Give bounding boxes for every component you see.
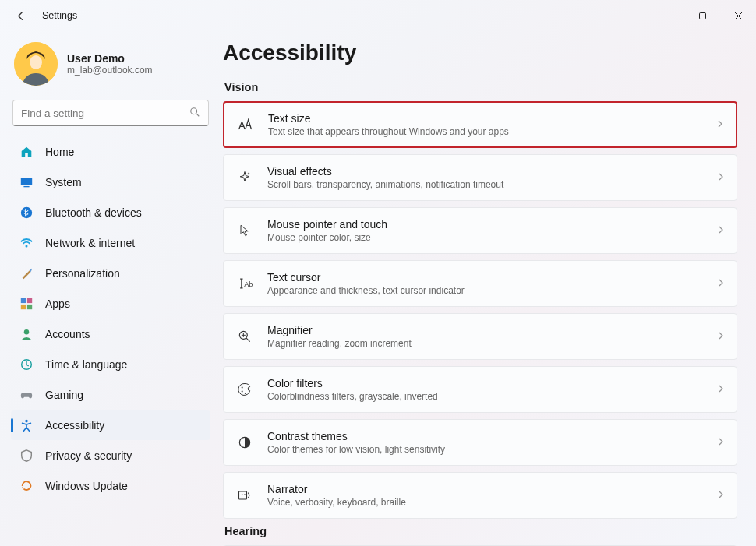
card-narrator[interactable]: Narrator Voice, verbosity, keyboard, bra… <box>223 472 737 519</box>
chevron-right-icon <box>716 489 726 502</box>
nav-label: Privacy & security <box>45 449 132 462</box>
card-title: Color filters <box>267 377 704 389</box>
nav-label: System <box>45 176 82 188</box>
svg-point-22 <box>242 494 243 495</box>
group-vision-label: Vision <box>224 81 737 93</box>
card-text-size[interactable]: Text size Text size that appears through… <box>223 101 737 148</box>
minimize-button[interactable] <box>648 4 684 27</box>
back-button[interactable] <box>9 5 31 26</box>
card-magnifier[interactable]: Magnifier Magnifier reading, zoom increm… <box>223 313 737 360</box>
svg-point-19 <box>245 393 246 394</box>
system-icon <box>19 174 34 190</box>
maximize-icon <box>698 12 707 20</box>
main-content[interactable]: Accessibility Vision Text size Text size… <box>217 31 756 546</box>
card-text-cursor[interactable]: Ab Text cursor Appearance and thickness,… <box>223 260 737 307</box>
card-title: Narrator <box>267 483 704 495</box>
card-title: Text cursor <box>267 271 704 284</box>
card-desc: Colorblindness filters, grayscale, inver… <box>267 391 704 402</box>
nav-label: Accessibility <box>45 419 104 432</box>
group-hearing-label: Hearing <box>224 525 737 537</box>
gamepad-icon <box>19 387 34 403</box>
chevron-right-icon <box>716 383 726 396</box>
apps-icon <box>19 296 34 312</box>
bluetooth-icon <box>19 205 34 220</box>
avatar <box>14 42 58 86</box>
nav-label: Time & language <box>45 358 127 371</box>
nav-label: Network & internet <box>45 237 135 249</box>
nav-bluetooth[interactable]: Bluetooth & devices <box>11 198 210 227</box>
update-icon <box>19 478 34 494</box>
maximize-button[interactable] <box>684 4 720 27</box>
cursor-icon <box>235 223 255 238</box>
minimize-icon <box>662 12 671 20</box>
svg-rect-21 <box>239 491 247 499</box>
chevron-right-icon <box>716 436 726 449</box>
nav-time[interactable]: Time & language <box>11 350 210 379</box>
text-size-icon <box>235 116 256 133</box>
chevron-right-icon <box>716 171 726 184</box>
nav-label: Home <box>45 146 74 158</box>
magnifier-icon <box>235 329 255 344</box>
svg-point-17 <box>242 387 243 389</box>
card-title: Visual effects <box>267 165 704 178</box>
close-button[interactable] <box>720 4 756 27</box>
svg-rect-8 <box>21 298 26 303</box>
nav-label: Accounts <box>45 328 90 340</box>
card-color-filters[interactable]: Color filters Colorblindness filters, gr… <box>223 366 737 413</box>
wifi-icon <box>19 235 34 251</box>
card-desc: Text size that appears throughout Window… <box>268 126 703 137</box>
search-input[interactable] <box>21 107 189 119</box>
nav-label: Gaming <box>45 389 83 401</box>
home-icon <box>19 144 34 160</box>
sidebar: User Demo m_lab@outlook.com Home System … <box>0 31 217 546</box>
window-controls <box>648 4 756 27</box>
svg-rect-10 <box>21 305 26 309</box>
svg-point-12 <box>24 329 29 334</box>
nav-accounts[interactable]: Accounts <box>11 319 210 349</box>
nav-label: Apps <box>45 298 70 310</box>
search-icon <box>189 107 200 120</box>
svg-point-2 <box>30 55 42 69</box>
narrator-icon <box>235 488 255 503</box>
nav-privacy[interactable]: Privacy & security <box>11 441 210 470</box>
account-profile[interactable]: User Demo m_lab@outlook.com <box>11 37 210 98</box>
text-cursor-icon: Ab <box>235 276 255 291</box>
nav-accessibility[interactable]: Accessibility <box>11 410 210 440</box>
svg-rect-5 <box>23 186 29 187</box>
chevron-right-icon <box>716 224 726 237</box>
nav-label: Personalization <box>45 267 120 280</box>
svg-point-14 <box>25 420 28 423</box>
chevron-right-icon <box>716 330 726 343</box>
nav-network[interactable]: Network & internet <box>11 228 210 258</box>
accessibility-icon <box>19 417 34 433</box>
svg-rect-11 <box>27 305 32 309</box>
svg-point-7 <box>25 245 27 248</box>
card-contrast-themes[interactable]: Contrast themes Color themes for low vis… <box>223 419 737 466</box>
card-title: Text size <box>268 112 703 125</box>
nav-label: Bluetooth & devices <box>45 206 142 219</box>
card-visual-effects[interactable]: Visual effects Scroll bars, transparency… <box>223 154 737 201</box>
card-title: Contrast themes <box>267 430 704 442</box>
nav-system[interactable]: System <box>11 167 210 197</box>
svg-text:Ab: Ab <box>244 280 253 288</box>
nav-update[interactable]: Windows Update <box>11 471 210 501</box>
chevron-right-icon <box>715 118 725 131</box>
card-desc: Mouse pointer color, size <box>267 232 704 243</box>
svg-point-18 <box>242 391 243 393</box>
svg-point-23 <box>244 494 246 495</box>
svg-rect-0 <box>699 12 705 19</box>
nav-home[interactable]: Home <box>11 137 210 167</box>
nav-personalization[interactable]: Personalization <box>11 259 210 288</box>
chevron-right-icon <box>716 277 726 290</box>
shield-icon <box>19 448 34 463</box>
window-title: Settings <box>42 10 77 21</box>
nav-list: Home System Bluetooth & devices Network … <box>11 137 210 501</box>
search-box[interactable] <box>12 100 209 126</box>
card-mouse-pointer[interactable]: Mouse pointer and touch Mouse pointer co… <box>223 207 737 254</box>
palette-icon <box>235 382 255 397</box>
card-desc: Appearance and thickness, text cursor in… <box>267 285 704 296</box>
contrast-icon <box>235 435 255 450</box>
nav-apps[interactable]: Apps <box>11 289 210 319</box>
nav-gaming[interactable]: Gaming <box>11 380 210 410</box>
nav-label: Windows Update <box>45 480 128 492</box>
